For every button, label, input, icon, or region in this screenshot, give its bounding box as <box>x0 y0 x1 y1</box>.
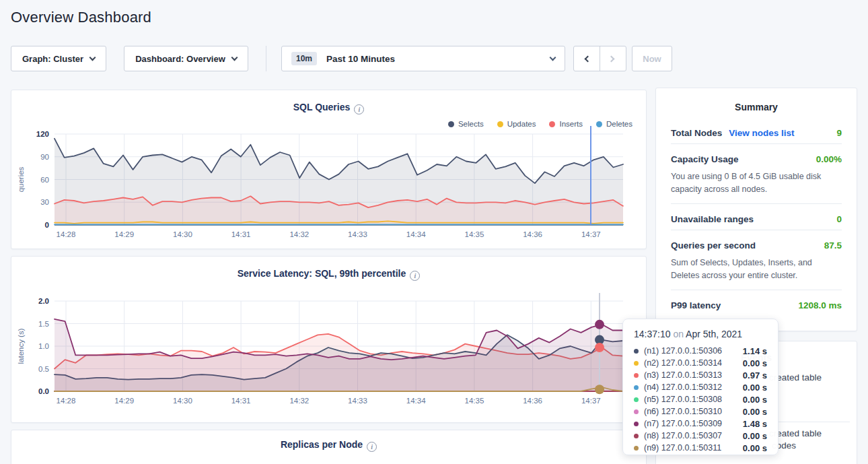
service-latency-card: Service Latency: SQL, 99th percentilei 0… <box>11 256 647 423</box>
svg-text:14:34: 14:34 <box>406 397 426 405</box>
summary-label: Capacity Usage <box>671 154 739 164</box>
node-address: (n1) 127.0.0.1:50306 <box>644 346 722 356</box>
svg-text:14:36: 14:36 <box>523 397 542 405</box>
node-address: (n9) 127.0.0.1:50311 <box>644 443 721 453</box>
node-latency-value: 0.00 s <box>736 395 767 405</box>
node-color-dot <box>634 385 639 390</box>
svg-text:90: 90 <box>40 153 49 161</box>
tooltip-node-row: (n4) 127.0.0.1:503120.00 s <box>634 381 767 393</box>
summary-row: Queries per second87.5 <box>671 230 842 256</box>
node-address: (n2) 127.0.0.1:50314 <box>644 358 722 368</box>
page-title: Overview Dashboard <box>11 9 151 26</box>
now-button[interactable]: Now <box>632 46 672 71</box>
dashboard-dropdown-label: Dashboard: Overview <box>135 54 225 64</box>
view-nodes-list-link[interactable]: View nodes list <box>729 128 794 138</box>
time-back-button[interactable] <box>574 46 600 71</box>
svg-text:14:36: 14:36 <box>523 230 542 238</box>
summary-value: 0 <box>836 214 842 224</box>
node-latency-value: 0.00 s <box>736 443 767 453</box>
node-latency-value: 0.00 s <box>736 431 767 441</box>
replicas-card: Replicas per Nodei <box>11 430 647 464</box>
sql-queries-title: SQL Queriesi <box>11 102 646 114</box>
info-icon[interactable]: i <box>367 442 377 452</box>
node-color-dot <box>634 349 639 354</box>
svg-text:2.0: 2.0 <box>38 297 49 305</box>
svg-text:14:37: 14:37 <box>581 230 601 238</box>
node-color-dot <box>634 422 639 426</box>
summary-value: 9 <box>836 128 842 138</box>
svg-text:14:34: 14:34 <box>406 230 426 238</box>
tooltip-node-row: (n8) 127.0.0.1:503070.00 s <box>634 430 767 442</box>
svg-text:14:28: 14:28 <box>57 230 76 238</box>
graph-dropdown-label: Graph: Cluster <box>22 54 83 64</box>
svg-text:60: 60 <box>40 176 49 184</box>
chart-tooltip: 14:37:10 on Apr 5th, 2021 (n1) 127.0.0.1… <box>622 319 779 455</box>
node-latency-value: 0.97 s <box>736 370 767 380</box>
replicas-title: Replicas per Nodei <box>11 439 646 452</box>
summary-row: Capacity Usage0.00% <box>671 144 842 170</box>
time-step-buttons <box>573 46 626 71</box>
node-address: (n4) 127.0.0.1:50312 <box>644 383 722 392</box>
time-range-selector[interactable]: 10m Past 10 Minutes <box>281 46 565 71</box>
node-address: (n8) 127.0.0.1:50307 <box>644 431 722 440</box>
svg-text:14:33: 14:33 <box>348 397 367 405</box>
info-icon[interactable]: i <box>410 271 420 281</box>
time-range-badge: 10m <box>291 52 317 65</box>
svg-text:14:31: 14:31 <box>231 397 251 405</box>
summary-subtext: You are using 0 B of 4.5 GiB usable disk… <box>671 170 842 203</box>
tooltip-node-row: (n3) 127.0.0.1:503130.97 s <box>634 369 767 381</box>
svg-text:queries: queries <box>17 166 25 192</box>
svg-text:14:31: 14:31 <box>231 230 251 238</box>
graph-dropdown[interactable]: Graph: Cluster <box>11 46 106 71</box>
node-address: (n7) 127.0.0.1:50309 <box>644 419 722 428</box>
tooltip-node-row: (n1) 127.0.0.1:503061.14 s <box>634 345 767 357</box>
node-color-dot <box>634 409 639 414</box>
summary-subtext: Sum of Selects, Updates, Inserts, and De… <box>671 256 842 290</box>
node-latency-value: 0.00 s <box>736 383 767 393</box>
summary-title: Summary <box>671 88 842 118</box>
svg-text:14:29: 14:29 <box>114 397 134 405</box>
svg-text:120: 120 <box>36 130 49 138</box>
svg-text:14:35: 14:35 <box>465 397 484 405</box>
node-latency-value: 0.00 s <box>736 407 767 417</box>
service-latency-chart[interactable]: 0.00.51.01.52.0latency (s)14:2814:2914:3… <box>11 290 647 413</box>
node-latency-value: 1.14 s <box>736 346 767 356</box>
node-latency-value: 1.48 s <box>736 419 767 429</box>
tooltip-rows: (n1) 127.0.0.1:503061.14 s(n2) 127.0.0.1… <box>634 345 767 454</box>
node-color-dot <box>634 397 639 402</box>
summary-rows: Total NodesView nodes list9Capacity Usag… <box>671 118 842 316</box>
svg-text:0.0: 0.0 <box>38 387 49 395</box>
summary-row: Total NodesView nodes list9 <box>671 118 842 143</box>
summary-label: P99 latency <box>671 300 721 310</box>
summary-label: Queries per second <box>671 240 756 251</box>
svg-text:14:30: 14:30 <box>173 230 192 238</box>
chevron-down-icon <box>89 54 96 61</box>
node-color-dot <box>634 361 639 366</box>
sql-queries-chart[interactable]: 0306090120queries14:2814:2914:3014:3114:… <box>11 117 647 245</box>
node-address: (n3) 127.0.0.1:50313 <box>644 370 722 380</box>
dashboard-dropdown[interactable]: Dashboard: Overview <box>124 46 248 71</box>
time-forward-button[interactable] <box>600 46 626 71</box>
tooltip-node-row: (n6) 127.0.0.1:503100.00 s <box>634 405 767 418</box>
node-address: (n5) 127.0.0.1:50308 <box>644 395 722 404</box>
svg-text:14:33: 14:33 <box>348 230 367 238</box>
summary-panel: Summary Total NodesView nodes list9Capac… <box>655 88 857 331</box>
time-range-label: Past 10 Minutes <box>326 54 395 64</box>
node-color-dot <box>634 434 639 438</box>
svg-text:latency (s): latency (s) <box>17 328 25 364</box>
svg-text:0: 0 <box>45 221 49 229</box>
summary-label: Total Nodes <box>671 128 722 138</box>
toolbar-divider <box>266 46 266 71</box>
node-color-dot <box>634 446 639 451</box>
chevron-down-icon <box>550 54 556 61</box>
svg-text:14:30: 14:30 <box>173 397 192 405</box>
summary-label: Unavailable ranges <box>671 214 754 224</box>
tooltip-node-row: (n2) 127.0.0.1:503140.00 s <box>634 357 767 369</box>
svg-text:14:29: 14:29 <box>114 230 134 238</box>
tooltip-node-row: (n7) 127.0.0.1:503091.48 s <box>634 418 767 430</box>
info-icon[interactable]: i <box>354 104 364 114</box>
tooltip-timestamp: 14:37:10 on Apr 5th, 2021 <box>634 329 767 339</box>
summary-value: 1208.0 ms <box>798 300 842 310</box>
summary-value: 0.00% <box>816 154 842 164</box>
svg-text:30: 30 <box>40 198 49 206</box>
